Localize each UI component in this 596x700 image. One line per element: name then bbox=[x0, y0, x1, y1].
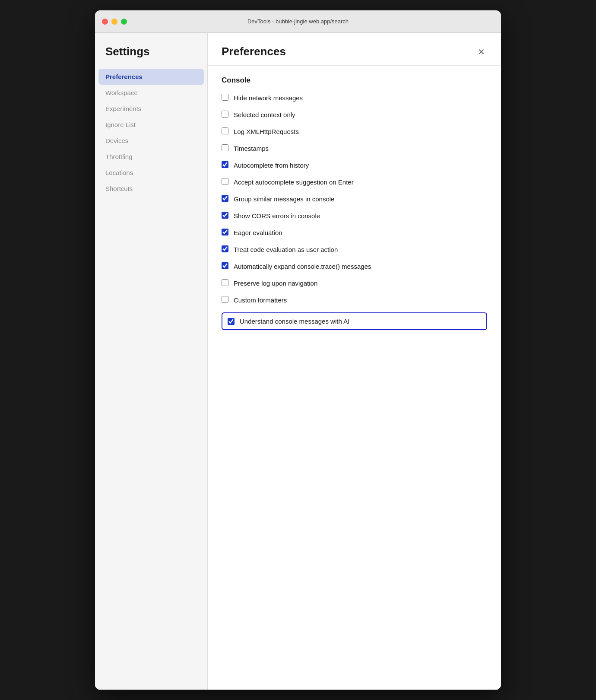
treat-code-label[interactable]: Treat code evaluation as user action bbox=[234, 245, 338, 254]
checkbox-custom-formatters: Custom formatters bbox=[222, 296, 487, 305]
log-xmlhttp-checkbox[interactable] bbox=[222, 127, 228, 134]
selected-context-checkbox[interactable] bbox=[222, 111, 228, 118]
main-title: Preferences bbox=[222, 45, 286, 58]
sidebar-item-preferences[interactable]: Preferences bbox=[98, 69, 204, 85]
devtools-window: DevTools - bubble-jingle.web.app/search … bbox=[95, 10, 501, 690]
auto-expand-checkbox[interactable] bbox=[222, 262, 228, 269]
autocomplete-history-label[interactable]: Autocomplete from history bbox=[234, 161, 309, 170]
checkbox-understand-ai-container: Understand console messages with AI bbox=[222, 312, 487, 330]
hide-network-checkbox[interactable] bbox=[222, 94, 228, 101]
sidebar-item-devices[interactable]: Devices bbox=[95, 133, 207, 149]
timestamps-checkbox[interactable] bbox=[222, 144, 228, 151]
selected-context-label[interactable]: Selected context only bbox=[234, 110, 295, 119]
checkbox-eager-eval: Eager evaluation bbox=[222, 228, 487, 237]
sidebar-item-workspace[interactable]: Workspace bbox=[95, 85, 207, 101]
checkbox-auto-expand: Automatically expand console.trace() mes… bbox=[222, 262, 487, 271]
accept-autocomplete-checkbox[interactable] bbox=[222, 178, 228, 185]
sidebar-item-experiments[interactable]: Experiments bbox=[95, 101, 207, 117]
maximize-traffic-light[interactable] bbox=[121, 19, 127, 25]
timestamps-label[interactable]: Timestamps bbox=[234, 144, 269, 153]
titlebar: DevTools - bubble-jingle.web.app/search bbox=[95, 10, 501, 33]
show-cors-label[interactable]: Show CORS errors in console bbox=[234, 211, 320, 220]
close-traffic-light[interactable] bbox=[102, 19, 108, 25]
section-title: Console bbox=[222, 76, 487, 85]
sidebar-item-ignore-list[interactable]: Ignore List bbox=[95, 117, 207, 133]
sidebar-item-locations[interactable]: Locations bbox=[95, 165, 207, 181]
hide-network-label[interactable]: Hide network messages bbox=[234, 93, 303, 102]
group-similar-checkbox[interactable] bbox=[222, 195, 228, 202]
checkbox-hide-network: Hide network messages bbox=[222, 93, 487, 102]
main-area: Preferences ✕ Console Hide network messa… bbox=[207, 33, 501, 690]
traffic-lights bbox=[102, 19, 127, 25]
checkbox-group-similar: Group similar messages in console bbox=[222, 194, 487, 204]
show-cors-checkbox[interactable] bbox=[222, 212, 228, 219]
checkbox-accept-autocomplete: Accept autocomplete suggestion on Enter bbox=[222, 178, 487, 187]
window-title: DevTools - bubble-jingle.web.app/search bbox=[247, 18, 349, 25]
minimize-traffic-light[interactable] bbox=[111, 19, 117, 25]
checkbox-preserve-log: Preserve log upon navigation bbox=[222, 279, 487, 288]
preserve-log-checkbox[interactable] bbox=[222, 279, 228, 286]
checkbox-show-cors: Show CORS errors in console bbox=[222, 211, 487, 220]
settings-content: Settings Preferences Workspace Experimen… bbox=[95, 33, 501, 690]
sidebar-item-throttling[interactable]: Throttling bbox=[95, 149, 207, 165]
eager-eval-label[interactable]: Eager evaluation bbox=[234, 228, 282, 237]
checkbox-treat-code: Treat code evaluation as user action bbox=[222, 245, 487, 254]
checkbox-selected-context: Selected context only bbox=[222, 110, 487, 119]
checkbox-log-xmlhttp: Log XMLHttpRequests bbox=[222, 127, 487, 136]
understand-ai-label[interactable]: Understand console messages with AI bbox=[240, 317, 349, 326]
autocomplete-history-checkbox[interactable] bbox=[222, 161, 228, 168]
log-xmlhttp-label[interactable]: Log XMLHttpRequests bbox=[234, 127, 299, 136]
checkbox-timestamps: Timestamps bbox=[222, 144, 487, 153]
accept-autocomplete-label[interactable]: Accept autocomplete suggestion on Enter bbox=[234, 178, 354, 187]
sidebar-item-shortcuts[interactable]: Shortcuts bbox=[95, 181, 207, 197]
checkbox-autocomplete-history: Autocomplete from history bbox=[222, 161, 487, 170]
sidebar: Settings Preferences Workspace Experimen… bbox=[95, 33, 207, 690]
custom-formatters-label[interactable]: Custom formatters bbox=[234, 296, 287, 305]
treat-code-checkbox[interactable] bbox=[222, 245, 228, 252]
eager-eval-checkbox[interactable] bbox=[222, 229, 228, 235]
preserve-log-label[interactable]: Preserve log upon navigation bbox=[234, 279, 317, 288]
auto-expand-label[interactable]: Automatically expand console.trace() mes… bbox=[234, 262, 371, 271]
sidebar-heading: Settings bbox=[95, 45, 207, 69]
understand-ai-checkbox[interactable] bbox=[228, 318, 235, 325]
custom-formatters-checkbox[interactable] bbox=[222, 296, 228, 303]
main-scroll-area[interactable]: Console Hide network messages Selected c… bbox=[208, 66, 501, 690]
main-header: Preferences ✕ bbox=[208, 33, 501, 66]
group-similar-label[interactable]: Group similar messages in console bbox=[234, 194, 334, 204]
close-button[interactable]: ✕ bbox=[475, 46, 487, 58]
